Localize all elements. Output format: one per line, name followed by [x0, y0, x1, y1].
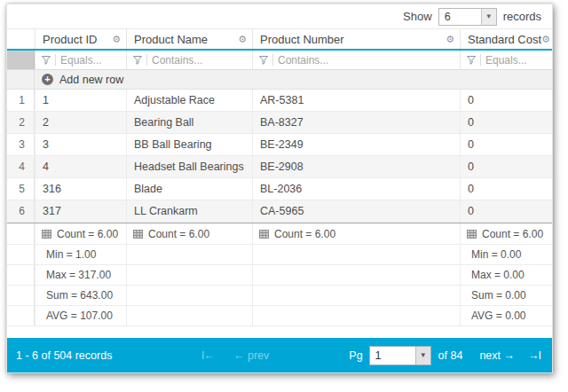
filter-placeholder: Contains...: [278, 54, 328, 67]
row-number: 6: [7, 200, 35, 222]
aggregate-cell: [252, 306, 460, 325]
column-menu-gear-icon[interactable]: ⚙: [541, 35, 550, 44]
filter-funnel-icon[interactable]: [133, 56, 142, 65]
table-row[interactable]: 6 317 LL Crankarm CA-5965 0: [7, 200, 552, 223]
cell-product-id[interactable]: 1: [35, 90, 126, 111]
row-number: 3: [7, 134, 35, 155]
records-label: records: [503, 10, 541, 23]
last-page-icon[interactable]: →Ι: [528, 349, 540, 362]
aggregate-cell: [126, 286, 252, 305]
aggregate-value: AVG = 107.00: [46, 310, 113, 322]
filter-input-standard-cost[interactable]: Equals...: [460, 51, 552, 69]
table-row[interactable]: 2 2 Bearing Ball BA-8327 0: [7, 112, 552, 134]
row-number-header: [7, 29, 35, 49]
cell-product-id[interactable]: 3: [35, 134, 126, 155]
column-label: Product Number: [260, 33, 446, 46]
filter-input-product-name[interactable]: Contains...: [126, 51, 252, 69]
filter-funnel-icon[interactable]: [467, 56, 476, 65]
aggregate-cell: Max = 0.00: [460, 265, 552, 285]
cell-product-name[interactable]: LL Crankarm: [126, 200, 252, 222]
aggregate-cell: [126, 265, 252, 285]
aggregate-row-max: Max = 317.00 Max = 0.00: [7, 265, 552, 286]
cell-product-name[interactable]: Headset Ball Bearings: [126, 156, 252, 177]
cell-product-name[interactable]: Bearing Ball: [126, 112, 252, 133]
cell-product-name[interactable]: Adjustable Race: [126, 90, 252, 111]
cell-standard-cost[interactable]: 0: [460, 156, 552, 177]
aggregate-value: Max = 0.00: [471, 269, 525, 281]
table-row[interactable]: 3 3 BB Ball Bearing BE-2349 0: [7, 134, 552, 156]
cell-standard-cost[interactable]: 0: [460, 90, 552, 111]
cell-product-number[interactable]: CA-5965: [252, 200, 460, 222]
column-header-product-number[interactable]: Product Number ⚙: [252, 29, 460, 49]
aggregate-value: Count = 6.00: [148, 228, 209, 240]
column-menu-gear-icon[interactable]: ⚙: [238, 35, 247, 44]
cell-product-name[interactable]: BB Ball Bearing: [126, 134, 252, 155]
add-row-corner: [7, 70, 35, 89]
row-number: 4: [7, 156, 35, 177]
page-size-value: 6: [439, 9, 481, 25]
filter-placeholder: Contains...: [152, 54, 202, 67]
filter-funnel-icon[interactable]: [259, 56, 268, 65]
page-size-dropdown[interactable]: 6 ▼: [438, 8, 497, 26]
cell-product-id[interactable]: 4: [35, 156, 126, 177]
aggregate-value: Sum = 0.00: [471, 289, 526, 302]
cell-standard-cost[interactable]: 0: [460, 112, 552, 133]
aggregate-cell: [252, 265, 460, 285]
plus-icon: +: [42, 74, 53, 85]
filter-separator: [55, 54, 56, 66]
aggregate-value: Min = 1.00: [46, 248, 96, 261]
column-header-product-id[interactable]: Product ID ⚙: [35, 29, 126, 49]
next-page-button[interactable]: next →: [479, 349, 515, 362]
aggregate-cell: Count = 6.00: [252, 223, 460, 244]
filter-input-product-number[interactable]: Contains...: [252, 51, 460, 69]
cell-product-number[interactable]: AR-5381: [252, 90, 460, 111]
pager-status: 1 - 6 of 504 records: [16, 349, 201, 362]
add-new-row[interactable]: + Add new row: [7, 70, 552, 90]
aggregate-value: Count = 6.00: [57, 228, 118, 240]
column-header-product-name[interactable]: Product Name ⚙: [126, 29, 252, 49]
aggregate-value: Count = 6.00: [482, 228, 543, 240]
aggregate-cell: Min = 1.00: [35, 245, 126, 264]
cell-product-number[interactable]: BA-8327: [252, 112, 460, 133]
cell-product-number[interactable]: BE-2908: [252, 156, 460, 177]
cell-standard-cost[interactable]: 0: [460, 200, 552, 222]
column-header-standard-cost[interactable]: Standard Cost ⚙: [460, 29, 552, 49]
first-page-icon[interactable]: Ι←: [201, 349, 214, 362]
cell-product-number[interactable]: BL-2036: [252, 178, 460, 200]
aggregate-value: Max = 317.00: [46, 269, 111, 281]
cell-product-id[interactable]: 316: [35, 178, 126, 200]
cell-product-name[interactable]: Blade: [126, 178, 252, 200]
add-new-row-button[interactable]: + Add new row: [35, 70, 552, 89]
filter-funnel-icon[interactable]: [42, 56, 51, 65]
cell-standard-cost[interactable]: 0: [460, 178, 552, 200]
column-menu-gear-icon[interactable]: ⚙: [112, 35, 121, 44]
filter-placeholder: Equals...: [60, 54, 102, 67]
cell-product-id[interactable]: 2: [35, 112, 126, 133]
table-row[interactable]: 5 316 Blade BL-2036 0: [7, 178, 552, 200]
chevron-down-icon[interactable]: ▼: [415, 347, 430, 365]
cell-standard-cost[interactable]: 0: [460, 134, 552, 155]
prev-page-button[interactable]: ← prev: [233, 349, 269, 362]
cell-product-id[interactable]: 317: [35, 200, 126, 222]
aggregate-row-min: Min = 1.00 Min = 0.00: [7, 245, 552, 265]
table-row[interactable]: 4 4 Headset Ball Bearings BE-2908 0: [7, 156, 552, 178]
aggregate-cell: Sum = 643.00: [35, 286, 126, 305]
grid-toolbar: Show 6 ▼ records: [7, 4, 552, 29]
table-row[interactable]: 1 1 Adjustable Race AR-5381 0: [7, 90, 552, 112]
cell-product-number[interactable]: BE-2349: [252, 134, 460, 155]
column-menu-gear-icon[interactable]: ⚙: [446, 35, 454, 44]
product-grid: Show 6 ▼ records Product ID ⚙ Product Na…: [6, 4, 553, 373]
aggregate-cell: Count = 6.00: [35, 223, 126, 244]
aggregate-cell: Count = 6.00: [460, 223, 552, 244]
aggregate-value: Count = 6.00: [274, 228, 335, 240]
aggregate-cell: [126, 306, 252, 325]
aggregate-cell: Max = 317.00: [35, 265, 126, 285]
pager-bar: 1 - 6 of 504 records Ι← ← prev Pg 1 ▼ of…: [7, 338, 552, 372]
aggregate-cell: [126, 245, 252, 264]
filter-input-product-id[interactable]: Equals...: [35, 51, 126, 69]
aggregate-cell: [252, 286, 460, 305]
chevron-down-icon[interactable]: ▼: [481, 9, 496, 25]
aggregate-row-count: Count = 6.00 Count = 6.00 Count = 6.00 C…: [7, 223, 552, 245]
aggregate-cell: AVG = 107.00: [35, 306, 126, 325]
page-number-dropdown[interactable]: 1 ▼: [369, 346, 431, 365]
